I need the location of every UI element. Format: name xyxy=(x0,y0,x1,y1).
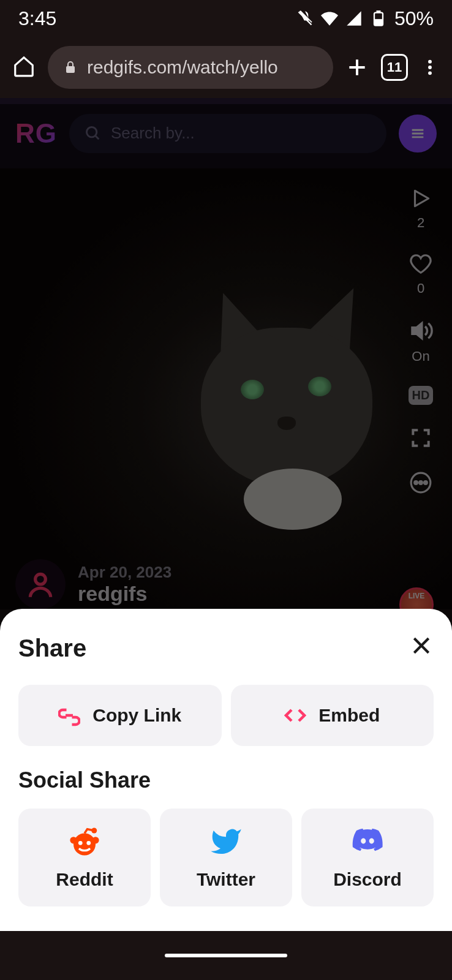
twitter-icon xyxy=(209,825,243,858)
new-tab-button[interactable] xyxy=(345,56,369,79)
link-icon xyxy=(58,704,80,726)
close-button[interactable] xyxy=(409,633,434,663)
twitter-button[interactable]: Twitter xyxy=(160,809,292,907)
status-time: 3:45 xyxy=(18,7,56,30)
reddit-button[interactable]: Reddit xyxy=(18,809,151,907)
svg-rect-2 xyxy=(376,10,380,13)
code-icon xyxy=(284,704,306,726)
embed-button[interactable]: Embed xyxy=(231,685,434,746)
url-text: redgifs.com/watch/yello xyxy=(87,57,278,78)
bell-off-icon xyxy=(296,10,314,27)
nav-handle[interactable] xyxy=(165,954,287,957)
svg-point-4 xyxy=(428,60,432,64)
wifi-icon xyxy=(321,10,338,27)
svg-point-5 xyxy=(428,66,432,69)
share-sheet: Share Copy Link Embed Social Share Reddi… xyxy=(0,609,452,931)
svg-point-16 xyxy=(73,834,96,856)
home-button[interactable] xyxy=(12,55,36,80)
home-icon xyxy=(12,55,36,78)
svg-point-17 xyxy=(78,841,83,845)
svg-rect-3 xyxy=(66,66,75,73)
browser-bar: redgifs.com/watch/yello 11 xyxy=(0,37,452,98)
discord-button[interactable]: Discord xyxy=(301,809,434,907)
discord-icon xyxy=(351,825,384,858)
copy-link-button[interactable]: Copy Link xyxy=(18,685,222,746)
svg-point-21 xyxy=(92,837,99,843)
social-share-title: Social Share xyxy=(18,767,434,793)
svg-point-6 xyxy=(428,71,432,75)
browser-menu-button[interactable] xyxy=(420,58,440,77)
battery-icon xyxy=(370,10,387,27)
nav-bar xyxy=(0,931,452,980)
status-icons: 50% xyxy=(296,7,434,30)
tab-switcher[interactable]: 11 xyxy=(381,54,408,81)
reddit-icon xyxy=(68,825,101,858)
share-title: Share xyxy=(18,635,86,662)
svg-point-20 xyxy=(70,837,77,843)
status-battery: 50% xyxy=(394,7,434,30)
svg-rect-1 xyxy=(374,19,383,25)
status-bar: 3:45 50% xyxy=(0,0,452,37)
signal-icon xyxy=(345,10,363,27)
lock-icon xyxy=(63,60,78,75)
svg-point-18 xyxy=(86,841,91,845)
close-icon xyxy=(409,633,434,658)
url-bar[interactable]: redgifs.com/watch/yello xyxy=(48,46,333,89)
